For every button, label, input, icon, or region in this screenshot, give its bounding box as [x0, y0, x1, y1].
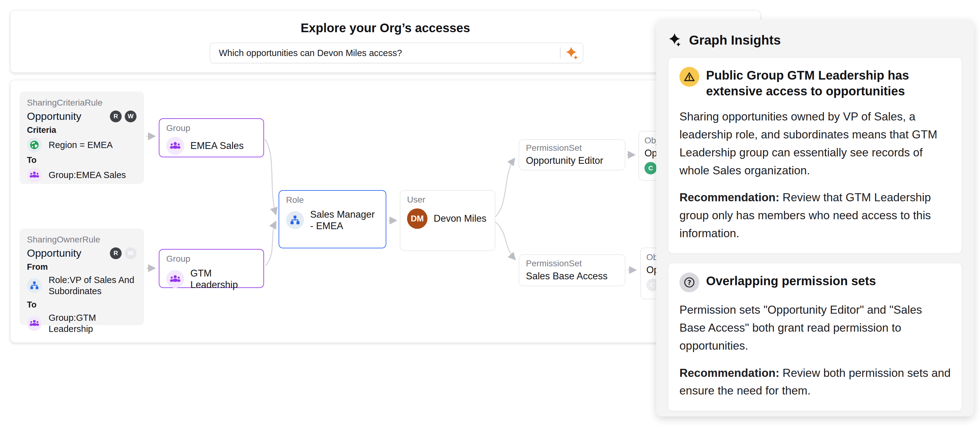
- group-node-gtm-leadership[interactable]: Group GTM Leadership: [159, 249, 264, 288]
- node-name: EMEA Sales: [190, 140, 243, 151]
- write-badge: W: [125, 111, 137, 122]
- insight-title: Public Group GTM Leadership has extensiv…: [706, 67, 951, 99]
- role-node-sales-manager-emea[interactable]: Role Sales Manager - EMEA: [278, 190, 386, 248]
- svg-text:?: ?: [687, 279, 691, 286]
- recommendation-label: Recommendation:: [679, 367, 780, 379]
- node-name: GTM Leadership: [190, 267, 257, 290]
- rule-object-name: Opportunity: [27, 247, 81, 259]
- header-card: Explore your Org’s accesses: [10, 10, 760, 73]
- role-hierarchy-icon: [286, 211, 304, 229]
- group-icon: [166, 137, 184, 155]
- node-type-label: PermissionSet: [526, 259, 618, 269]
- node-type-label: Role: [286, 195, 379, 205]
- user-node-devon-miles[interactable]: User DM Devon Miles: [400, 190, 495, 251]
- role-hierarchy-icon: [27, 278, 42, 293]
- insight-card-overlapping-permission-sets: ? Overlapping permission sets Permission…: [668, 263, 962, 411]
- to-value: Group:EMEA Sales: [49, 169, 126, 181]
- page-title: Explore your Org’s accesses: [11, 21, 760, 35]
- node-name: Sales Base Access: [526, 271, 618, 282]
- node-type-label: User: [407, 195, 488, 205]
- search-input[interactable]: [210, 48, 557, 58]
- node-type-label: Group: [166, 123, 257, 133]
- crud-create-badge: C: [644, 162, 657, 174]
- from-label: From: [27, 262, 137, 272]
- node-type-label: SharingOwnerRule: [27, 235, 137, 245]
- question-icon: ?: [679, 272, 699, 292]
- ai-sparkle-icon[interactable]: [566, 46, 579, 60]
- insight-body-line: Permission sets "Opportunity Editor" and…: [679, 301, 951, 355]
- search-box[interactable]: [210, 43, 583, 63]
- sharing-owner-rule-node[interactable]: SharingOwnerRule Opportunity R W From Ro…: [19, 229, 144, 325]
- node-name: Devon Miles: [434, 213, 487, 224]
- app-root: Explore your Org’s accesses: [0, 0, 980, 436]
- node-type-label: SharingCriteriaRule: [27, 98, 137, 108]
- node-name: Sales Manager - EMEA: [310, 209, 378, 232]
- insight-title: Overlapping permission sets: [706, 273, 876, 289]
- group-node-emea-sales[interactable]: Group EMEA Sales: [159, 118, 264, 157]
- graph-insights-panel: Graph Insights Public Group GTM Leadersh…: [656, 19, 974, 417]
- warning-icon: [679, 67, 699, 87]
- insights-title: Graph Insights: [689, 33, 781, 48]
- insight-body-line: Sharing opportunities owned by VP of Sal…: [679, 108, 951, 143]
- criteria-value: Region = EMEA: [49, 139, 113, 151]
- search-divider: [560, 48, 561, 59]
- insight-body: Permission sets "Opportunity Editor" and…: [679, 301, 951, 355]
- globe-icon: [27, 137, 42, 152]
- node-type-label: Group: [166, 254, 257, 264]
- read-badge: R: [110, 247, 122, 259]
- user-avatar: DM: [407, 208, 428, 229]
- insight-body: Sharing opportunities owned by VP of Sal…: [679, 108, 951, 179]
- insight-recommendation: Recommendation: Review both permission s…: [679, 364, 951, 400]
- permission-set-node-opportunity-editor[interactable]: PermissionSet Opportunity Editor: [519, 139, 625, 170]
- to-label: To: [27, 300, 137, 310]
- from-value: Role:VP of Sales And Subordinates: [49, 274, 135, 297]
- insight-recommendation: Recommendation: Review that GTM Leadersh…: [679, 189, 951, 242]
- insight-card-gtm-leadership: Public Group GTM Leadership has extensiv…: [668, 57, 962, 254]
- to-value: Group:GTM Leadership: [49, 312, 137, 335]
- group-icon: [27, 316, 42, 331]
- node-name: Opportunity Editor: [526, 155, 618, 166]
- rule-object-name: Opportunity: [27, 110, 81, 122]
- to-label: To: [27, 156, 137, 165]
- group-icon: [27, 167, 42, 182]
- sparkle-icon: [668, 32, 683, 48]
- group-icon: [166, 270, 184, 288]
- node-type-label: PermissionSet: [526, 143, 618, 153]
- criteria-label: Criteria: [27, 126, 137, 135]
- read-badge: R: [110, 111, 122, 122]
- insight-body-line: Leadership group can essentially see rec…: [679, 144, 951, 179]
- permission-set-node-sales-base-access[interactable]: PermissionSet Sales Base Access: [519, 255, 625, 286]
- recommendation-label: Recommendation:: [679, 191, 780, 204]
- sharing-criteria-rule-node[interactable]: SharingCriteriaRule Opportunity R W Crit…: [19, 92, 144, 184]
- write-badge: W: [125, 247, 137, 259]
